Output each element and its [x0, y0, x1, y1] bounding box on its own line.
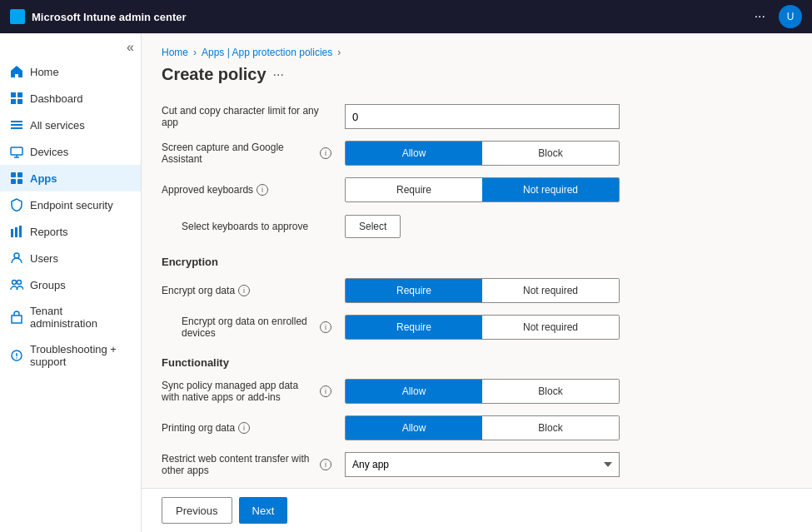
sync-policy-info-icon[interactable]: i [320, 385, 331, 397]
sidebar-label-dashboard: Dashboard [30, 92, 83, 105]
approved-keyboards-row: Approved keyboards i Require Not require… [162, 174, 792, 206]
sync-policy-block-btn[interactable]: Block [482, 380, 619, 403]
select-keyboards-label: Select keyboards to approve [162, 221, 345, 232]
printing-block-btn[interactable]: Block [482, 416, 619, 440]
screen-capture-toggle: Allow Block [345, 141, 620, 166]
bottom-nav: Previous Next [142, 488, 812, 532]
sidebar-label-endpoint: Endpoint security [30, 199, 113, 211]
cut-copy-control [345, 104, 792, 129]
svg-rect-15 [11, 229, 13, 237]
select-keyboards-row: Select keyboards to approve Select [162, 211, 792, 242]
previous-button[interactable]: Previous [162, 497, 232, 524]
sidebar-label-devices: Devices [30, 146, 68, 158]
svg-rect-14 [17, 179, 22, 184]
breadcrumb: Home › Apps | App protection policies › [162, 47, 792, 58]
users-icon [10, 251, 23, 265]
sidebar-label-reports: Reports [30, 226, 68, 238]
breadcrumb-sep2: › [337, 47, 341, 58]
svg-rect-13 [11, 179, 16, 184]
svg-rect-8 [11, 147, 22, 155]
approved-keyboards-not-required-btn[interactable]: Not required [482, 178, 619, 201]
sidebar-item-all-services[interactable]: All services [0, 112, 141, 138]
sidebar-item-endpoint-security[interactable]: Endpoint security [0, 191, 141, 218]
troubleshoot-icon [10, 349, 23, 362]
dashboard-icon [10, 92, 23, 105]
page-menu-btn[interactable]: ··· [273, 67, 284, 82]
breadcrumb-sep1: › [193, 47, 197, 58]
select-keyboards-control: Select [345, 215, 792, 238]
select-keyboards-btn[interactable]: Select [345, 215, 401, 238]
user-avatar[interactable]: U [779, 5, 802, 28]
sidebar: « Home Dashboard All services Devices [0, 33, 142, 532]
encrypt-enrolled-require-btn[interactable]: Require [346, 316, 482, 339]
svg-rect-17 [19, 226, 22, 237]
screen-capture-label: Screen capture and Google Assistant i [162, 142, 345, 165]
sidebar-label-apps: Apps [30, 172, 57, 185]
sidebar-item-users[interactable]: Users [0, 245, 141, 271]
intune-logo [10, 9, 25, 24]
page-header: Create policy ··· [162, 65, 792, 84]
svg-point-19 [12, 281, 17, 285]
security-icon [10, 198, 23, 211]
sidebar-item-reports[interactable]: Reports [0, 218, 141, 245]
approved-keyboards-toggle: Require Not required [345, 177, 620, 202]
encrypt-org-label: Encrypt org data i [162, 285, 345, 296]
screen-capture-allow-btn[interactable]: Allow [346, 142, 482, 165]
sidebar-item-troubleshooting[interactable]: Troubleshooting + support [0, 336, 141, 375]
sidebar-item-tenant[interactable]: Tenant administration [0, 298, 141, 336]
encrypt-enrolled-info-icon[interactable]: i [320, 321, 331, 333]
sync-policy-label: Sync policy managed app data with native… [162, 380, 345, 403]
svg-rect-11 [11, 172, 16, 177]
encrypt-org-not-required-btn[interactable]: Not required [482, 279, 619, 302]
sidebar-item-dashboard[interactable]: Dashboard [0, 85, 141, 112]
encrypt-enrolled-not-required-btn[interactable]: Not required [482, 316, 619, 339]
approved-keyboards-require-btn[interactable]: Require [346, 178, 482, 201]
groups-icon [10, 278, 23, 291]
svg-rect-16 [15, 227, 17, 237]
printing-label: Printing org data i [162, 422, 345, 434]
printing-row: Printing org data i Allow Block [162, 412, 792, 444]
printing-info-icon[interactable]: i [238, 422, 250, 434]
encrypt-enrolled-toggle: Require Not required [345, 315, 620, 340]
topbar-ellipsis[interactable]: ··· [755, 9, 765, 24]
cut-copy-label: Cut and copy character limit for any app [162, 105, 345, 128]
cut-copy-row: Cut and copy character limit for any app [162, 101, 792, 132]
web-content-label: Restrict web content transfer with other… [162, 453, 345, 476]
sync-policy-allow-btn[interactable]: Allow [346, 380, 482, 403]
sidebar-item-apps[interactable]: Apps [0, 165, 141, 191]
printing-allow-btn[interactable]: Allow [346, 416, 482, 440]
encrypt-enrolled-label: Encrypt org data on enrolled devices i [162, 316, 345, 339]
encrypt-org-toggle: Require Not required [345, 278, 620, 303]
encrypt-org-info-icon[interactable]: i [238, 285, 250, 296]
svg-rect-21 [12, 316, 22, 323]
app-title: Microsoft Intune admin center [32, 11, 187, 23]
web-content-row: Restrict web content transfer with other… [162, 449, 792, 480]
svg-point-24 [16, 357, 17, 359]
screen-capture-info-icon[interactable]: i [320, 147, 331, 159]
web-content-info-icon[interactable]: i [320, 459, 331, 470]
sidebar-label-home: Home [30, 66, 59, 78]
breadcrumb-apps[interactable]: Apps | App protection policies [202, 47, 332, 58]
page-title: Create policy [162, 65, 267, 84]
cut-copy-input[interactable] [345, 104, 620, 129]
web-content-dropdown[interactable]: Any app Policy managed apps None Custom [345, 452, 620, 477]
sidebar-item-devices[interactable]: Devices [0, 138, 141, 165]
breadcrumb-home[interactable]: Home [162, 47, 188, 58]
next-button[interactable]: Next [239, 497, 288, 524]
sidebar-collapse-btn[interactable]: « [0, 37, 141, 58]
sidebar-label-groups: Groups [30, 279, 66, 291]
sync-policy-control: Allow Block [345, 379, 792, 404]
main-content: Home › Apps | App protection policies › … [142, 33, 812, 488]
sidebar-item-groups[interactable]: Groups [0, 271, 141, 298]
web-content-control: Any app Policy managed apps None Custom [345, 452, 792, 477]
section-functionality: Functionality [162, 356, 792, 369]
sidebar-label-all-services: All services [30, 119, 85, 132]
sidebar-item-home[interactable]: Home [0, 58, 141, 85]
approved-keyboards-info-icon[interactable]: i [257, 184, 268, 196]
tenant-icon [10, 311, 23, 324]
home-icon [10, 65, 23, 78]
reports-icon [10, 225, 23, 238]
screen-capture-block-btn[interactable]: Block [482, 142, 619, 165]
screen-capture-row: Screen capture and Google Assistant i Al… [162, 137, 792, 169]
encrypt-org-require-btn[interactable]: Require [346, 279, 482, 302]
